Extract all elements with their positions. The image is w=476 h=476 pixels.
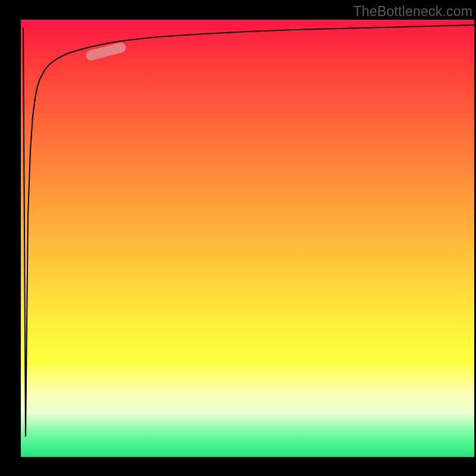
watermark-text: TheBottleneck.com [353,4,472,20]
plot-area [21,20,474,457]
chart-frame: TheBottleneck.com [0,0,476,476]
